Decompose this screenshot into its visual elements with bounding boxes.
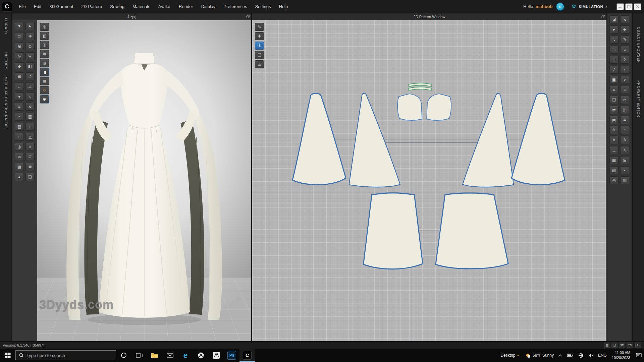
clo-app-icon[interactable]: C [239,349,255,362]
graphic-icon[interactable]: ◇ [25,123,35,131]
menu-preferences[interactable]: Preferences [219,0,251,13]
language-indicator[interactable]: ENG [598,353,607,358]
volume-muted-icon[interactable] [588,349,594,362]
tab-property-editor[interactable]: PROPERTY EDITOR [637,79,640,119]
edit-point-icon[interactable]: ► [609,25,619,34]
transform-pattern-icon[interactable]: ◢ [609,15,619,23]
fabric-view-icon[interactable]: ▨ [40,59,49,67]
mode-2d-button[interactable]: 2D [627,343,633,348]
pattern-2d-viewport[interactable]: ✎✚ⓘ❏▤ [252,20,606,341]
pattern-piece-bodice-back[interactable] [427,94,451,120]
zoom-icon[interactable]: ◎ [609,176,619,184]
paint-view-icon[interactable]: ◨ [40,68,49,76]
popout-icon[interactable] [601,14,605,19]
garment-3d-viewport[interactable]: ◎◧◫▤▨◨▦☺⊕ 3Dyyds.com [37,20,251,341]
fold-arrangement-icon[interactable]: ◧ [25,62,35,70]
align-icon[interactable]: ≣ [620,116,629,124]
pin-icon[interactable]: ◉ [15,42,24,50]
close-icon[interactable] [634,3,641,10]
menu-help[interactable]: Help [275,0,292,13]
arrange-point-icon[interactable]: ⊞ [15,72,24,80]
menu-render[interactable]: Render [175,0,197,13]
tab-library[interactable]: LIBRARY [4,17,8,36]
menu-edit[interactable]: Edit [30,0,45,13]
task-view-icon[interactable] [131,349,147,362]
tack-icon[interactable]: ◆ [15,62,24,70]
texture-edit-icon[interactable]: ▨ [609,166,619,174]
polygon-icon[interactable]: ◇ [609,56,619,64]
desktop-peek[interactable]: Desktop » [497,349,522,362]
select-move-icon[interactable]: ► [25,22,35,30]
select-box-icon[interactable]: □ [15,32,24,40]
seam-ripper-icon[interactable]: ✂ [25,52,35,60]
reset-arrangement-icon[interactable]: ↺ [25,72,35,80]
show-avatar-icon[interactable]: ◫ [40,41,49,49]
pan-icon[interactable]: ✚ [25,32,35,40]
edit-curve-icon[interactable]: ∿ [609,36,619,44]
camera-icon[interactable]: ◎ [15,143,24,151]
menu-materials[interactable]: Materials [128,0,154,13]
zipper-icon[interactable]: ≡ [15,103,24,111]
baseline-icon[interactable]: ⊥ [609,146,619,154]
pattern-piece-drape-right-outer[interactable] [512,94,565,185]
internal-rect-icon[interactable]: ▫ [620,66,629,74]
wind-icon[interactable]: ≋ [15,153,24,161]
pen-icon[interactable]: ✎ [620,36,629,44]
menu-display[interactable]: Display [197,0,220,13]
unfold-icon[interactable]: ◫ [620,106,629,114]
button-icon[interactable]: ● [15,93,24,101]
texture-icon[interactable]: ▨ [15,123,24,131]
seam-allowance-icon[interactable]: ▣ [609,76,619,84]
tab-object-browser[interactable]: OBJECT BROWSER [637,25,640,64]
colorway-icon[interactable]: ◐ [620,166,629,174]
add-point-icon[interactable]: ✚ [620,25,629,34]
tuck-icon[interactable]: ∧ [609,86,619,94]
topstitch-icon[interactable]: ≋ [25,103,35,111]
print-layout-icon[interactable]: ▥ [620,176,629,184]
pattern-piece-drape-left-outer[interactable] [292,94,346,185]
hidden-icons-chevron[interactable] [557,349,563,362]
pose-icon[interactable]: △ [25,133,35,141]
closet-cloud-icon[interactable]: c [556,3,564,10]
cut-sew-icon[interactable]: ✂ [620,96,629,104]
export-icon[interactable]: ⊠ [25,163,35,171]
weather-widget[interactable]: 68°F Sunny [525,353,554,358]
xbox-icon[interactable] [193,349,209,362]
annotation-icon[interactable]: ✎ [609,126,619,134]
app-diagonal-icon[interactable] [209,349,224,362]
raise-icon[interactable]: ▲ [15,173,24,181]
trace-icon[interactable]: ❏ [609,96,619,104]
show-garment-icon[interactable]: ▤ [40,50,49,58]
circle-icon[interactable]: ○ [620,46,629,54]
tape-icon[interactable]: ⇄ [25,82,35,90]
texture-2d-icon[interactable]: ▤ [255,60,264,68]
mode-3d-button[interactable]: 3D [619,343,626,348]
photoshop-icon[interactable]: Ps [224,349,239,362]
sync-icon[interactable]: ↻ [635,343,641,348]
simulation-button[interactable]: SIMULATION ▾ [568,3,610,10]
menu-settings[interactable]: Settings [251,0,275,13]
edit-pattern-icon[interactable]: ↘ [620,15,629,23]
menu-2d-pattern[interactable]: 2D Pattern [77,0,106,13]
text-icon[interactable]: A [609,136,619,144]
mesh-view-icon[interactable]: ▦ [40,77,49,85]
render-icon[interactable]: ▩ [15,163,24,171]
buttonhole-icon[interactable]: ○ [25,93,35,101]
layer-2d-icon[interactable]: ❏ [255,51,264,59]
show-2d-pattern-icon[interactable]: ◧ [40,32,49,40]
pattern-piece-skirt-back[interactable] [436,193,508,269]
shirring-icon[interactable]: ≈ [15,113,24,121]
battery-icon[interactable] [567,349,574,362]
pattern-piece-drape-right-inner[interactable] [463,93,514,187]
notification-center-icon[interactable] [635,349,643,362]
measure-2d-icon[interactable]: ↕ [620,126,629,134]
maximize-icon[interactable] [625,3,633,10]
file-explorer-icon[interactable] [147,349,162,362]
layers-icon[interactable]: ❏ [25,173,35,181]
avatar-icon[interactable]: ⌂ [15,133,24,141]
measure-icon[interactable]: ↔ [15,82,24,90]
edge-browser-icon[interactable]: e [178,349,193,362]
start-button[interactable] [0,349,15,362]
minimize-icon[interactable] [616,3,624,10]
snapshot-icon[interactable]: ◎ [40,23,49,31]
